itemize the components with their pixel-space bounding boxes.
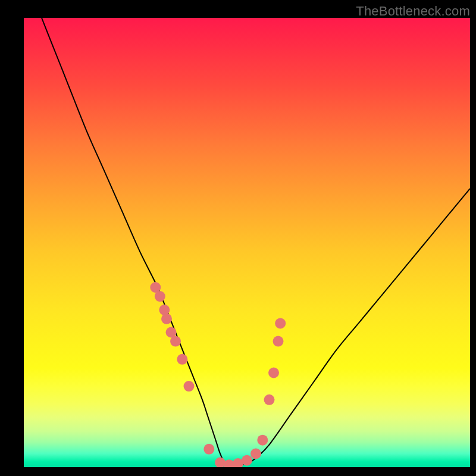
data-marker [177,354,187,365]
data-marker [170,336,181,347]
data-marker [155,291,165,302]
data-markers [150,282,286,467]
plot-frame [24,18,470,467]
data-marker [242,455,252,466]
data-marker [264,394,275,405]
bottleneck-curve [42,18,470,465]
data-marker [203,444,214,455]
data-marker [273,336,284,347]
curve-svg [24,18,470,467]
chart-container: TheBottleneck.com [0,0,476,476]
data-marker [250,448,261,459]
data-marker [184,381,195,392]
data-marker [159,305,170,315]
data-marker [268,368,279,378]
watermark-text: TheBottleneck.com [356,4,470,19]
data-marker [161,314,172,324]
data-marker [275,318,286,328]
data-marker [257,435,268,446]
